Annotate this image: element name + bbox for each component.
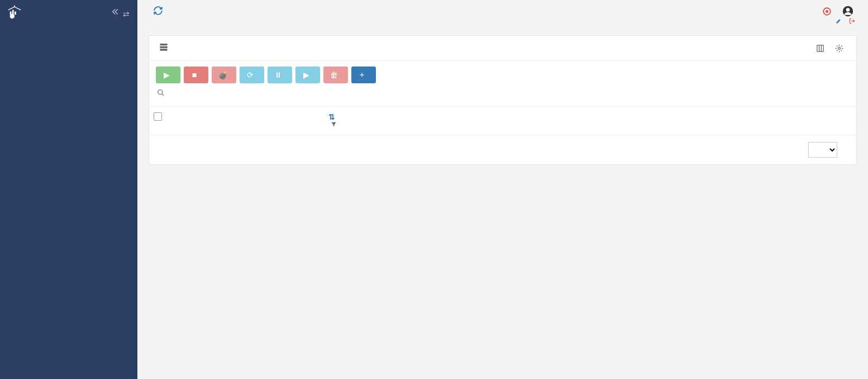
add-container-button[interactable]: ＋ — [351, 67, 376, 83]
main: ▶ ■ 💣 ⟳ ⏸ ▶ 🗑 ＋ ⇅ — [137, 0, 868, 379]
select-all-checkbox[interactable] — [154, 112, 162, 121]
col-ownership[interactable] — [784, 107, 856, 135]
sidebar-collapse-icon[interactable]: ⇄ — [111, 7, 130, 18]
filter-icon[interactable] — [331, 121, 337, 129]
start-button[interactable]: ▶ — [156, 67, 180, 83]
columns-button[interactable] — [816, 44, 827, 53]
sidebar: ⇄ — [0, 0, 137, 379]
svg-rect-2 — [15, 12, 16, 15]
support-link[interactable] — [823, 7, 833, 16]
server-icon — [159, 42, 168, 54]
col-image[interactable] — [466, 107, 622, 135]
remove-button[interactable]: 🗑 — [323, 67, 348, 83]
items-per-page-select[interactable] — [808, 142, 837, 158]
my-account-link[interactable] — [836, 18, 843, 24]
col-state[interactable]: ⇅ — [324, 107, 372, 135]
svg-point-12 — [838, 47, 841, 49]
svg-rect-11 — [817, 45, 823, 51]
svg-point-7 — [846, 8, 850, 12]
containers-table: ⇅ — [149, 107, 856, 135]
resume-button[interactable]: ▶ — [295, 67, 320, 83]
log-out-link[interactable] — [849, 18, 857, 24]
search-icon — [157, 89, 165, 98]
svg-point-5 — [826, 10, 828, 13]
svg-point-3 — [10, 14, 15, 18]
col-stack[interactable] — [435, 107, 466, 135]
sidebar-section-settings — [0, 25, 137, 31]
toolbar: ▶ ■ 💣 ⟳ ⏸ ▶ 🗑 ＋ — [149, 61, 856, 83]
containers-panel: ▶ ■ 💣 ⟳ ⏸ ▶ 🗑 ＋ ⇅ — [149, 35, 857, 165]
svg-rect-9 — [160, 46, 167, 48]
settings-button[interactable] — [835, 44, 846, 53]
stop-button[interactable]: ■ — [184, 67, 208, 83]
col-ports[interactable] — [711, 107, 784, 135]
brand-logo[interactable] — [6, 4, 26, 20]
refresh-icon[interactable] — [153, 6, 163, 17]
col-quick-actions — [372, 107, 435, 135]
user-menu[interactable] — [842, 6, 857, 17]
restart-button[interactable]: ⟳ — [240, 67, 264, 83]
svg-rect-10 — [160, 49, 167, 50]
sort-icon: ⇅ — [328, 112, 335, 121]
search-input[interactable] — [169, 89, 848, 98]
col-created[interactable] — [622, 107, 711, 135]
svg-rect-8 — [160, 44, 167, 45]
svg-point-13 — [158, 90, 163, 94]
kill-button[interactable]: 💣 — [212, 67, 236, 83]
pause-button[interactable]: ⏸ — [268, 67, 292, 83]
col-name[interactable] — [168, 107, 324, 135]
